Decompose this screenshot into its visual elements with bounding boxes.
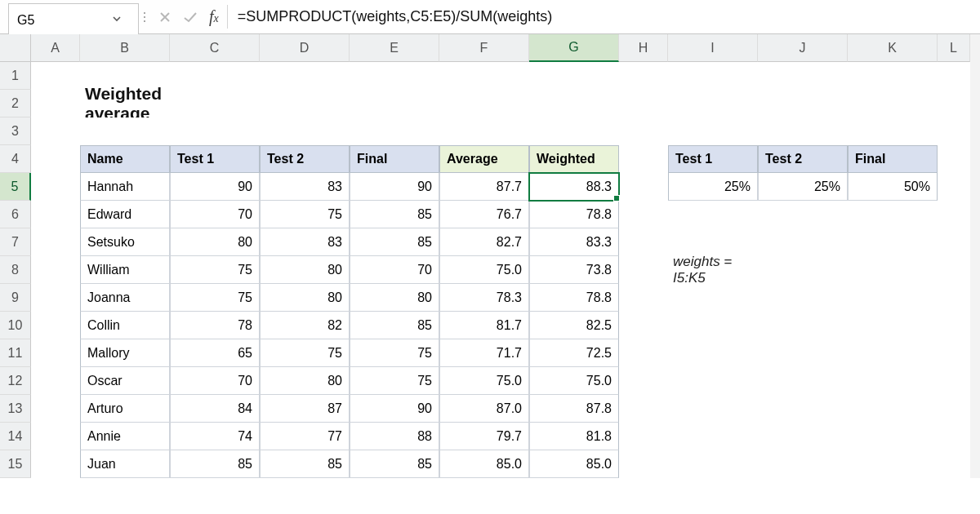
cell-L11[interactable]	[938, 339, 970, 367]
cell-H11[interactable]	[619, 339, 668, 367]
cell-J10[interactable]	[758, 312, 848, 339]
main-table-header[interactable]: Test 1	[170, 145, 260, 173]
weights-table-cell[interactable]: 25%	[758, 173, 848, 201]
cell-A3[interactable]	[31, 117, 80, 145]
cell-L3[interactable]	[938, 117, 970, 145]
cell-D2[interactable]	[260, 90, 350, 117]
value-cell[interactable]: 78.8	[529, 284, 619, 312]
cell-H3[interactable]	[619, 117, 668, 145]
cell-K3[interactable]	[848, 117, 938, 145]
column-header-B[interactable]: B	[80, 34, 170, 62]
value-cell[interactable]: 75.0	[529, 367, 619, 395]
cell-K12[interactable]	[848, 367, 938, 395]
value-cell[interactable]: 70	[350, 256, 439, 284]
name-cell[interactable]: Collin	[80, 312, 170, 339]
cell-K11[interactable]	[848, 339, 938, 367]
cell-K6[interactable]	[848, 201, 938, 228]
row-header-14[interactable]: 14	[0, 423, 31, 450]
resize-handle-icon[interactable]	[139, 0, 150, 33]
cell-H7[interactable]	[619, 228, 668, 256]
row-header-15[interactable]: 15	[0, 450, 31, 478]
cell-L10[interactable]	[938, 312, 970, 339]
value-cell[interactable]: 75	[170, 256, 260, 284]
cell-L13[interactable]	[938, 395, 970, 423]
value-cell[interactable]: 71.7	[439, 339, 529, 367]
cell-F3[interactable]	[439, 117, 529, 145]
cell-H8[interactable]	[619, 256, 668, 284]
cell-K10[interactable]	[848, 312, 938, 339]
value-cell[interactable]: 87.7	[439, 173, 529, 201]
cell-K9[interactable]	[848, 284, 938, 312]
name-cell[interactable]: Arturo	[80, 395, 170, 423]
name-cell[interactable]: Hannah	[80, 173, 170, 201]
cell-D3[interactable]	[260, 117, 350, 145]
cell-L5[interactable]	[938, 173, 970, 201]
value-cell[interactable]: 75	[260, 339, 350, 367]
select-all-triangle[interactable]	[0, 34, 31, 62]
row-header-11[interactable]: 11	[0, 339, 31, 367]
main-table-header[interactable]: Final	[350, 145, 439, 173]
cell-L12[interactable]	[938, 367, 970, 395]
value-cell[interactable]: 74	[170, 423, 260, 450]
cell-H2[interactable]	[619, 90, 668, 117]
cell-K2[interactable]	[848, 90, 938, 117]
name-cell[interactable]: Oscar	[80, 367, 170, 395]
column-header-K[interactable]: K	[848, 34, 938, 62]
cell-L15[interactable]	[938, 450, 970, 478]
cell-I10[interactable]	[668, 312, 758, 339]
cell-I13[interactable]	[668, 395, 758, 423]
value-cell[interactable]: 81.8	[529, 423, 619, 450]
chevron-down-icon[interactable]	[107, 14, 127, 26]
cell-K14[interactable]	[848, 423, 938, 450]
row-header-2[interactable]: 2	[0, 90, 31, 117]
cell-J6[interactable]	[758, 201, 848, 228]
spreadsheet-grid[interactable]: ABCDEFGHIJKL12Weighted average34NameTest…	[0, 34, 980, 478]
cell-G3[interactable]	[529, 117, 619, 145]
cell-K13[interactable]	[848, 395, 938, 423]
name-cell[interactable]: Mallory	[80, 339, 170, 367]
cancel-icon[interactable]	[158, 11, 172, 24]
value-cell[interactable]: 84	[170, 395, 260, 423]
weights-table-cell[interactable]: 25%	[668, 173, 758, 201]
name-cell[interactable]: Annie	[80, 423, 170, 450]
value-cell[interactable]: 75	[170, 284, 260, 312]
cell-I7[interactable]	[668, 228, 758, 256]
cell-K8[interactable]	[848, 256, 938, 284]
cell-H14[interactable]	[619, 423, 668, 450]
column-header-D[interactable]: D	[260, 34, 350, 62]
row-header-7[interactable]: 7	[0, 228, 31, 256]
cell-J14[interactable]	[758, 423, 848, 450]
value-cell[interactable]: 65	[170, 339, 260, 367]
column-header-E[interactable]: E	[350, 34, 439, 62]
cell-B3[interactable]	[80, 117, 170, 145]
value-cell[interactable]: 90	[350, 173, 439, 201]
value-cell[interactable]: 83	[260, 173, 350, 201]
cell-A7[interactable]	[31, 228, 80, 256]
cell-H10[interactable]	[619, 312, 668, 339]
cell-L14[interactable]	[938, 423, 970, 450]
value-cell[interactable]: 87.0	[439, 395, 529, 423]
weights-table-header[interactable]: Final	[848, 145, 938, 173]
value-cell[interactable]: 75	[260, 201, 350, 228]
cell-L1[interactable]	[938, 62, 970, 90]
value-cell[interactable]: 79.7	[439, 423, 529, 450]
cell-J13[interactable]	[758, 395, 848, 423]
value-cell[interactable]: 87	[260, 395, 350, 423]
row-header-1[interactable]: 1	[0, 62, 31, 90]
value-cell[interactable]: 75	[350, 339, 439, 367]
cell-L9[interactable]	[938, 284, 970, 312]
value-cell[interactable]: 83	[260, 228, 350, 256]
row-header-9[interactable]: 9	[0, 284, 31, 312]
name-cell[interactable]: Edward	[80, 201, 170, 228]
value-cell[interactable]: 80	[350, 284, 439, 312]
cell-I9[interactable]	[668, 284, 758, 312]
cell-F1[interactable]	[439, 62, 529, 90]
value-cell[interactable]: 90	[170, 173, 260, 201]
weights-table-cell[interactable]: 50%	[848, 173, 938, 201]
cell-A4[interactable]	[31, 145, 80, 173]
cell-J12[interactable]	[758, 367, 848, 395]
cell-A9[interactable]	[31, 284, 80, 312]
value-cell[interactable]: 77	[260, 423, 350, 450]
cell-A13[interactable]	[31, 395, 80, 423]
value-cell[interactable]: 80	[260, 367, 350, 395]
